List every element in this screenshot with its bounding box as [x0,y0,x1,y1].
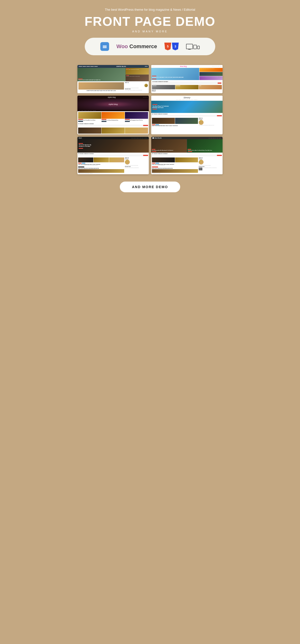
daly-nav: HOME FEATURES BUSINESS GAMING HEALTH TEC… [131,138,148,138]
stylist-post-img-3 [125,112,148,119]
woo-icon: Woo [116,43,128,50]
ana-cat-label1: CATEGORY [152,85,175,87]
stylist-post-title-3: The Most Popular Photographer Series Of … [125,120,148,121]
solo-recent-label: RECENT POSTS [199,166,222,167]
solo-read-more [152,166,158,168]
daly-post-img-3 [109,158,124,162]
enfra-recent-item: THIS IS A GREAT PHOTO AND NICE STYLE JOB… [125,90,148,90]
ana-nav-item: GAME [218,66,219,66]
simory-demo-card[interactable]: Simory HOME FEATURES BUSINESS GAMING CRA… [151,96,223,134]
daly-logo: DALY. [79,137,82,139]
ana-cat-label3: SHOP [199,85,222,87]
ana-hero-s2 [199,72,223,76]
solo-hero-tag-right [188,149,191,150]
and-more-demo-button[interactable]: AND MORE DEMO [120,182,180,192]
daly-post-title: EVERY PHOTOGRAPHER NEEDS TIME TO SHOOT T… [78,164,124,165]
solo-bottom-text: Phasellus tellus auctor cursus imperdiet… [152,173,198,174]
enfra-icons [145,66,148,67]
daly-hero-title: This Is All I Need For My Vocation In Th… [79,144,96,147]
simory-nav-health: HEALTH [191,99,193,100]
enfra-body: EVERY PEOPLE ARE ENJOY WITH THE JOB THAT… [77,81,149,93]
simory-post-meta: • • • • • [152,126,198,127]
responsive-icon [186,44,200,49]
solo-tag2 [156,163,159,164]
solo-recent-item-1: THIS IS A GREAT PHOTO AND NICE STYLE JOB… [199,168,222,170]
enfra-avatar [144,84,148,87]
enfra-tag1 [78,78,83,79]
simory-tags [152,124,198,125]
ana-nav: HOME FEAT BIZ GAME TECH [212,66,221,66]
simory-divider [199,119,202,120]
solo-side-text: Mauris mattis auctor cursus. Phasellus t… [199,165,222,166]
daly-demo-card[interactable]: DALY. HOME FEATURES BUSINESS GAMING HEAL… [77,137,149,174]
ana-demo-inner: fg+in Ana blog HOME FEAT BIZ GAME TECH T… [151,65,223,92]
simory-sub-row [152,115,222,116]
woocommerce-badge: Woo Commerce [116,43,157,50]
stylist-demo-inner: fg+in stylist blog HOME FEAT BIZ stylist… [77,96,149,134]
solo-recent-thumb-1 [199,168,202,170]
simory-side: ABOUT US Mauris mattis auctor cursus. Ph… [199,118,222,127]
stylist-sub-row [78,125,148,126]
stylist-nav: HOME FEAT BIZ [143,97,148,97]
solo-bottom-title: HAVE A GOOD TIME WITH MY BESTFRIEND AND … [152,168,198,169]
desktop-screen-icon [186,44,193,49]
ana-hero-btn [152,78,156,79]
solo-hero-btn-left [152,151,156,152]
simory-hero-title: The Best Place To Celebrate Birthday And… [152,106,169,108]
simory-post-img-2 [175,118,198,124]
simory-hero-tag [152,104,157,105]
daly-hero: This Is All I Need For My Vocation In Th… [77,139,149,152]
stylist-post-1: It Really Has A Good Feeling When You Go… [78,112,101,122]
ana-nav-item: HOME [212,66,214,66]
header-title: FRONT PAGE DEMO [80,14,220,28]
simory-header: Simory HOME FEATURES BUSINESS GAMING CRA… [151,96,223,101]
stylist-sub-nav-item: BUSINESS [84,110,87,111]
daly-tag1 [78,163,82,164]
stylist-bottom-img-2 [102,128,125,134]
daly-nav-biz: BUSINESS [136,138,139,138]
stylist-nav-feat: FEAT [145,97,146,97]
solo-main: EVERY PHOTOGRAPHER NEEDS TIME TO SHOOT T… [152,158,198,174]
solo-hero-tag-left [152,149,155,150]
stylist-header: fg+in stylist blog HOME FEAT BIZ [77,96,149,99]
daly-bottom-text: Phasellus tellus auctor cursus. Phasellu… [78,173,124,174]
daly-sub-input [78,155,143,156]
enfra-hero: THIS BIG BOSS IS WORK HARD AND PLAY HARD… [77,68,149,81]
enfra-hero-slide2: BOOK A GREAT TIME BEFORE THE SUNSET [126,68,149,74]
solo-hero-title-right: Together We Can Make The World A Better … [188,150,222,151]
ana-sub-label: GET THE BEST STORIES INTO YOUR INBOX! [152,81,221,82]
css3-icon: 3 [172,42,179,50]
enfra-demo-card[interactable]: ENFRA BLOG THIS BIG BOSS IS WORK HARD AN… [77,65,149,93]
header-subtitle: The best WordPress theme for blog magazi… [80,7,220,12]
stylist-post-title-1: It Really Has A Good Feeling When You Go… [78,120,101,121]
ana-social: fg+in [152,66,154,66]
enfra-hero-main: THIS BIG BOSS IS WORK HARD AND PLAY HARD… [77,68,125,81]
solo-hero-btn-right [188,151,192,152]
solo-posts [152,158,198,162]
stylist-hero-text: stylist blog [109,103,118,106]
woo-text: Commerce [129,43,157,50]
solo-avatar [199,160,204,164]
daly-post-text: Phasellus tellus auctor cursus imperdiet… [78,165,124,166]
tablet-screen-icon [193,45,197,49]
daly-read-more [78,166,84,168]
solo-sub-btn [217,155,222,156]
solo-nav-biz: Business [213,138,215,138]
solo-nav-tech: Technology [219,138,221,138]
ana-hero-main: TECHNOLOGY CAN MAKE YOUR LIVE EASY AND M… [151,68,199,80]
solo-demo-card[interactable]: SOLO BLOG Home Features Business Crazy H… [151,137,223,174]
mobile-screen-icon [197,46,200,49]
solo-sub-input [152,155,217,156]
daly-nav-tech: TECHNOLOGY [144,138,148,138]
daly-nav-game: GAMING [139,138,141,138]
daly-hero-tag [79,143,83,144]
solo-post-text: Phasellus tellus auctor cursus. Phasellu… [152,165,198,166]
ana-about-label: ABOUT US [152,90,222,91]
enfra-header: ENFRA BLOG [77,65,149,68]
solo-nav-crazy: Crazy [215,138,216,138]
solo-nav-health: Health [217,138,218,138]
stylist-demo-card[interactable]: fg+in stylist blog HOME FEAT BIZ stylist… [77,96,149,134]
ana-demo-card[interactable]: fg+in Ana blog HOME FEAT BIZ GAME TECH T… [151,65,223,93]
enfra-side-col: ABOUT US Mauris mattis auctor cursus. Ph… [125,82,148,92]
stylist-nav-home: HOME [143,97,145,97]
